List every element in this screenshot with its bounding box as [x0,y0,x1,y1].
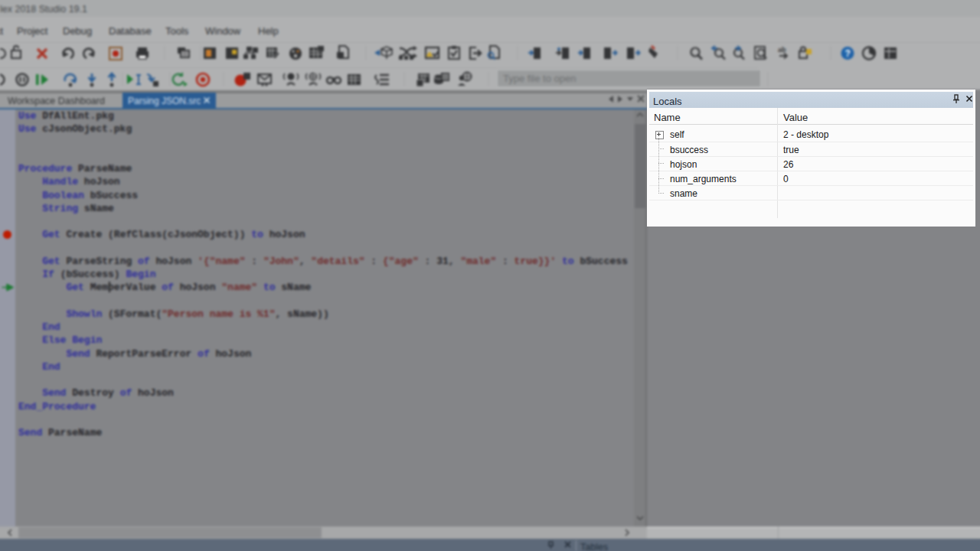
svg-text:?: ? [845,48,851,59]
svg-text:ab: ab [778,46,786,54]
